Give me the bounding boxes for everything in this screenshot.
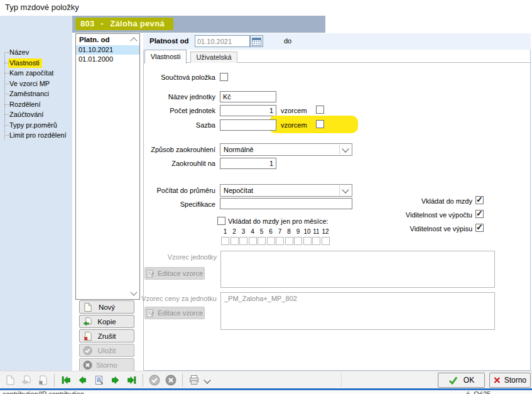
month-checkbox — [303, 237, 312, 245]
last-record-icon — [126, 375, 137, 385]
edit-formula-button-label: Editace vzorce — [158, 309, 203, 317]
month-number: 2 — [231, 228, 239, 235]
tab-uzivatelska[interactable]: Uživatelská — [190, 52, 237, 63]
new-page-icon — [5, 375, 15, 385]
month-number: 4 — [249, 228, 257, 235]
annotation-highlight-vlastnosti: Vlastnosti — [8, 58, 42, 68]
month-checkbox — [322, 237, 330, 245]
delete-icon — [38, 375, 48, 385]
sum-item-checkbox[interactable] — [220, 73, 228, 81]
ok-button[interactable]: OK — [438, 373, 485, 388]
toolbar-delete-button — [36, 373, 50, 387]
sidebar-item-label: Limit pro rozdělení — [9, 131, 67, 139]
sidebar-item-limit-rozdeleni[interactable]: Limit pro rozdělení — [9, 130, 67, 141]
unit-formula-textarea — [220, 251, 495, 288]
specification-input[interactable] — [220, 198, 352, 209]
cancel-icon — [165, 375, 176, 386]
print-button[interactable] — [187, 373, 201, 387]
sidebar-item-zamestnanci[interactable]: Zaměstnanci — [9, 89, 67, 99]
average-value: Nepočítat — [224, 187, 253, 194]
month-checkbox — [258, 237, 266, 245]
button-label: Uložit — [98, 347, 116, 354]
validity-to-label: do — [284, 37, 291, 45]
dropdown-button[interactable] — [339, 185, 351, 195]
edit-formula-icon — [146, 309, 155, 317]
month-number: 5 — [258, 228, 266, 235]
month-checkbox — [285, 237, 293, 245]
average-select[interactable]: Nepočítat — [220, 184, 352, 197]
rate-input[interactable] — [220, 119, 276, 131]
sidebar-item-typy-pomeru[interactable]: Typy pr.poměrů — [9, 120, 67, 131]
storno-button[interactable]: Storno — [489, 373, 531, 388]
price-formula-textarea: _PM_Zaloha+_MP_802 — [220, 292, 495, 330]
next-record-icon — [110, 375, 121, 385]
month-numbers-row: 1 2 3 4 5 6 7 8 9 10 11 12 — [221, 228, 330, 235]
nav-prev-button[interactable] — [75, 373, 89, 387]
delete-icon — [83, 331, 92, 341]
list-item[interactable]: 01.10.2021 — [76, 45, 139, 55]
toolbar-copy-button — [19, 373, 33, 387]
months-only-label: Vkládat do mzdy jen pro měsíce: — [228, 217, 328, 225]
nav-first-button[interactable] — [59, 373, 73, 387]
unit-name-label: Název jednotky — [113, 93, 215, 101]
delete-record-button[interactable]: Zrušit — [79, 329, 134, 342]
tab-vlastnosti[interactable]: Vlastnosti — [144, 50, 187, 63]
view-record-button[interactable] — [92, 373, 106, 387]
month-checkbox — [312, 237, 320, 245]
month-checkbox — [239, 237, 247, 245]
visibility-calc-checkbox[interactable] — [475, 210, 484, 218]
status-strip: contribution/IP contribution ó. Oó25 — [0, 390, 532, 394]
rate-label: Sazba — [113, 121, 215, 129]
validity-from-field — [195, 35, 250, 47]
rate-formula-checkbox[interactable] — [316, 120, 324, 128]
save-icon — [83, 346, 92, 356]
new-record-button[interactable]: Nový — [79, 300, 134, 314]
sidebar-item-label: Název — [9, 48, 29, 56]
unit-count-input[interactable] — [220, 105, 276, 116]
history-list-header: Platn. od — [76, 34, 139, 45]
insert-to-wage-checkbox[interactable] — [475, 196, 484, 204]
nav-next-button[interactable] — [108, 373, 122, 387]
sidebar-item-rozdeleni[interactable]: Rozdělení — [9, 99, 67, 110]
record-code: 803 — [80, 19, 95, 28]
calendar-button[interactable] — [250, 35, 263, 47]
sidebar-item-ve-vzorci-mp[interactable]: Ve vzorci MP — [9, 79, 67, 89]
sidebar-item-kam-zapocitat[interactable]: Kam započítat — [9, 68, 67, 79]
sidebar-item-nazev[interactable]: Název — [9, 47, 67, 58]
copy-icon — [21, 375, 31, 385]
sidebar-item-label: Zaměstnanci — [9, 90, 49, 97]
month-number: 7 — [276, 228, 284, 235]
nav-last-button[interactable] — [124, 373, 138, 387]
unit-name-input[interactable] — [220, 91, 276, 102]
unit-formula-label: Vzorec jednotky — [113, 253, 217, 261]
cancel-x-icon — [494, 376, 501, 384]
sidebar-item-zauctovani[interactable]: Zaúčtování — [9, 109, 67, 120]
rate-formula-label: vzorcem — [281, 121, 307, 129]
dropdown-button[interactable] — [339, 145, 351, 155]
copy-icon — [83, 317, 92, 327]
wage-item-type-window: Typ mzdové položky Název Vlastnosti Kam … — [0, 0, 532, 394]
sidebar-item-label: Ve vzorci MP — [9, 80, 50, 87]
sidebar-item-vlastnosti[interactable]: Vlastnosti — [9, 58, 67, 68]
copy-record-button[interactable]: Kopie — [79, 315, 134, 328]
sidebar-tree: Název Vlastnosti Kam započítat Ve vzorci… — [9, 47, 67, 141]
month-number: 8 — [285, 228, 293, 235]
sidebar-item-label: Typy pr.poměrů — [9, 121, 57, 129]
sidebar-item-label: Vlastnosti — [9, 59, 40, 67]
toolbar-separator — [54, 374, 55, 386]
list-item[interactable]: 01.01.2000 — [76, 55, 139, 64]
status-right-text: ó. Oó25 — [466, 390, 491, 394]
month-number: 3 — [239, 228, 247, 235]
sidebar: Název Vlastnosti Kam započítat Ve vzorci… — [0, 16, 72, 371]
round-to-input[interactable] — [220, 158, 276, 169]
save-record-button: Uložit — [79, 344, 134, 357]
months-only-checkbox[interactable] — [217, 217, 225, 225]
month-checkbox — [221, 237, 229, 245]
visibility-report-checkbox[interactable] — [475, 224, 484, 232]
unit-count-formula-checkbox[interactable] — [316, 106, 324, 114]
unit-count-label: Počet jednotek — [113, 107, 215, 114]
rounding-method-select[interactable]: Normálně — [220, 143, 352, 156]
visibility-report-label: Viditelnost ve výpisu — [347, 225, 472, 233]
print-dropdown-button[interactable] — [204, 373, 211, 387]
toolbar-divider — [341, 372, 342, 387]
